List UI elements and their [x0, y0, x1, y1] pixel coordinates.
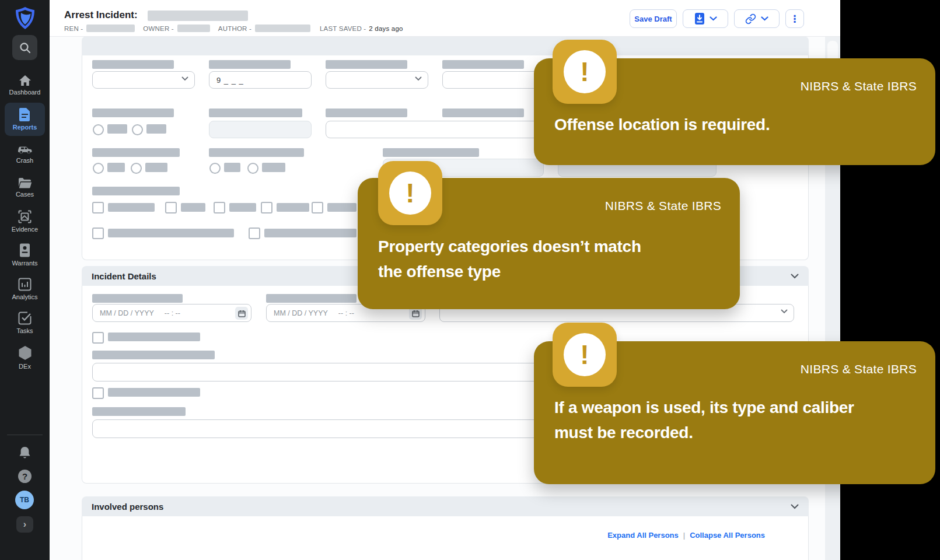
validation-toast-property-categories[interactable]: ! NIBRS & State IBRS Property categories… — [358, 178, 740, 309]
redacted-radio-label — [145, 163, 167, 172]
redacted-field-label — [266, 294, 357, 303]
warrants-icon — [19, 243, 30, 257]
exclamation-icon: ! — [564, 50, 606, 93]
toast-message: Offense location is required. — [554, 112, 770, 137]
radio-button[interactable] — [93, 124, 104, 135]
sidebar-item-tasks[interactable]: Tasks — [0, 312, 50, 334]
ren-label: REN - — [64, 25, 83, 32]
redacted-field-label — [209, 108, 302, 117]
select-field[interactable] — [326, 121, 545, 138]
sidebar-item-label: Cases — [16, 191, 34, 198]
search-icon — [19, 41, 32, 54]
notifications-bell-icon[interactable] — [19, 446, 31, 460]
evidence-icon — [18, 210, 32, 223]
expand-all-persons-link[interactable]: Expand All Persons — [607, 531, 679, 540]
checkbox[interactable] — [92, 228, 104, 239]
redacted-radio-label — [262, 163, 285, 172]
chevron-down-icon — [761, 16, 768, 21]
masked-number-input[interactable]: 9 _ _ _ — [209, 71, 312, 89]
redacted-checkbox-label — [108, 229, 234, 237]
redacted-radio-label — [107, 163, 125, 172]
text-input[interactable] — [442, 71, 545, 89]
radio-button[interactable] — [247, 163, 258, 174]
collapse-all-persons-link[interactable]: Collapse All Persons — [690, 531, 765, 540]
report-meta: REN - OWNER - AUTHOR - LAST SAVED - 2 da… — [64, 24, 403, 32]
radio-button[interactable] — [132, 124, 143, 135]
sidebar-item-crash[interactable]: Crash — [0, 144, 50, 164]
redacted-field-label — [326, 60, 407, 69]
checkbox[interactable] — [261, 202, 272, 214]
exclamation-glyph: ! — [580, 339, 589, 370]
sidebar-item-dashboard[interactable]: Dashboard — [0, 75, 50, 96]
more-options-button[interactable]: ⋮ — [785, 9, 804, 28]
date-placeholder: MM / DD / YYYY — [100, 309, 154, 317]
sidebar-item-reports[interactable]: Reports — [5, 103, 45, 136]
export-menu-button[interactable] — [683, 9, 728, 28]
time-placeholder: -- : -- — [165, 309, 180, 317]
reports-icon — [19, 108, 30, 121]
link-separator: | — [683, 531, 685, 540]
checkbox[interactable] — [165, 202, 177, 214]
sidebar-expand-button[interactable]: › — [16, 516, 33, 533]
chevron-down-icon — [415, 76, 422, 81]
link-icon — [745, 13, 756, 24]
question-mark-icon: ? — [22, 471, 27, 481]
radio-button[interactable] — [131, 163, 142, 174]
checkbox[interactable] — [249, 228, 260, 239]
alert-badge: ! — [378, 161, 442, 225]
checkbox[interactable] — [92, 332, 104, 344]
chevron-down-icon[interactable] — [791, 504, 799, 509]
checkbox[interactable] — [214, 202, 225, 214]
sidebar-item-analytics[interactable]: Analytics — [0, 278, 50, 300]
redacted-text — [148, 10, 248, 21]
sidebar-item-label: Crash — [16, 157, 33, 164]
offense-section-header[interactable] — [82, 36, 809, 55]
analytics-icon — [18, 278, 32, 291]
calendar-icon[interactable] — [235, 307, 248, 320]
sidebar-item-dex[interactable]: DEx — [0, 345, 50, 370]
validation-toast-weapon-type[interactable]: ! NIBRS & State IBRS If a weapon is used… — [534, 341, 935, 484]
time-placeholder: -- : -- — [338, 309, 354, 317]
author-label: AUTHOR - — [218, 25, 251, 32]
app-root: Dashboard Reports Crash Cases — [0, 0, 940, 560]
alert-badge: ! — [553, 323, 617, 387]
sidebar-item-evidence[interactable]: Evidence — [0, 210, 50, 233]
tasks-icon — [18, 312, 32, 325]
start-datetime-input[interactable]: MM / DD / YYYY -- : -- — [92, 304, 251, 322]
sidebar-item-label: DEx — [19, 363, 31, 370]
user-avatar[interactable]: TB — [15, 491, 34, 509]
save-draft-button[interactable]: Save Draft — [630, 9, 677, 28]
kebab-menu-icon: ⋮ — [790, 13, 800, 25]
sidebar-item-label: Dashboard — [9, 89, 41, 96]
redacted-text — [86, 24, 135, 32]
redacted-field-label — [92, 60, 174, 69]
validation-toast-offense-location[interactable]: ! NIBRS & State IBRS Offense location is… — [534, 58, 935, 165]
exclamation-glyph: ! — [406, 177, 414, 209]
checkbox[interactable] — [92, 202, 104, 214]
redacted-text — [255, 24, 310, 32]
dex-icon — [18, 345, 32, 360]
checkbox[interactable] — [92, 387, 104, 399]
checkbox[interactable] — [312, 202, 323, 214]
alert-badge: ! — [553, 40, 617, 104]
link-menu-button[interactable] — [734, 9, 780, 28]
redacted-field-label — [92, 294, 183, 303]
chevron-down-icon — [710, 16, 717, 21]
radio-button[interactable] — [93, 163, 104, 174]
help-button[interactable]: ? — [18, 470, 32, 483]
toast-source: NIBRS & State IBRS — [801, 79, 917, 93]
redacted-radio-label — [224, 163, 240, 172]
select-field[interactable] — [92, 71, 195, 89]
chevron-down-icon[interactable] — [791, 274, 799, 279]
toast-message: If a weapon is used, its type and calibe… — [554, 395, 881, 445]
sidebar-item-cases[interactable]: Cases — [0, 177, 50, 198]
chevron-down-icon — [781, 309, 788, 314]
redacted-checkbox-label — [181, 203, 205, 212]
radio-button[interactable] — [209, 163, 221, 174]
exclamation-glyph: ! — [580, 56, 589, 88]
sidebar-item-warrants[interactable]: Warrants — [0, 243, 50, 267]
search-button[interactable] — [12, 35, 37, 60]
redacted-field-label — [326, 108, 407, 117]
involved-persons-header[interactable]: Involved persons — [82, 496, 809, 516]
select-field[interactable] — [326, 71, 428, 89]
